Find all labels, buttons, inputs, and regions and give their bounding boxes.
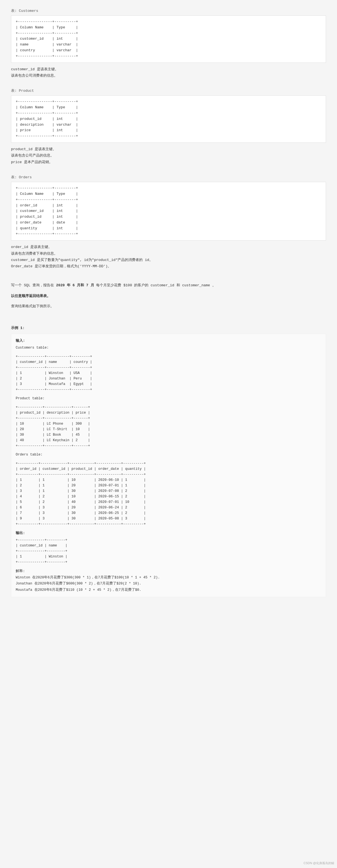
customers-label: 表: Customers [11, 8, 326, 13]
orders-description: order_id 是该表主键。 该表包含消费者下单的信息。 customer_i… [11, 243, 326, 271]
question-section: 写一个 SQL 查询，报告在 2020 年 6 月和 7 月 每个月至少花费 $… [11, 282, 326, 310]
product-table-label: Product table: [16, 396, 321, 401]
product-desc-line-1: product_id 是该表主键。 [11, 146, 326, 152]
orders-section: 表: Orders +----------------+----------+ … [11, 175, 326, 271]
orders-desc-line-1: order_id 是该表主键。 [11, 244, 326, 250]
product-desc-line-3: price 是本产品的花销。 [11, 159, 326, 165]
example-title: 示例 1: [11, 326, 326, 331]
product-desc-line-2: 该表包含公司产品的信息。 [11, 152, 326, 159]
example-section: 示例 1: 输入: Customers table: +------------… [11, 326, 326, 597]
orders-desc-line-3: customer_id 是买了数量为"quantity", id为"produc… [11, 257, 326, 263]
explanation-label: 解释: Winston 在2020年6月花费了$300(300 * 1)，在7月… [16, 568, 321, 593]
customers-desc-line-1: customer_id 是该表主键。 [11, 66, 326, 72]
input-label: 输入: [16, 338, 321, 344]
explanation-line-2: Jonathan 在2020年6月花费了$600(300 * 2)，在7月花费了… [16, 581, 321, 587]
orders-table-data: +----------+-------------+------------+-… [16, 461, 321, 527]
customers-section: 表: Customers +----------------+---------… [11, 8, 326, 80]
orders-label: 表: Orders [11, 175, 326, 180]
orders-schema: +----------------+----------+ | Column N… [11, 182, 326, 241]
orders-desc-line-4: Order_date 是订单发货的日期，格式为('YYYY-MM-DD')。 [11, 263, 326, 270]
product-schema: +----------------+----------+ | Column N… [11, 95, 326, 143]
product-description: product_id 是该表主键。 该表包含公司产品的信息。 price 是本产… [11, 145, 326, 166]
customers-schema: +----------------+----------+ | Column N… [11, 16, 326, 63]
output-table-data: +-------------+---------+ | customer_id … [16, 537, 321, 565]
customers-description: customer_id 是该表主键。 该表包含公司消费者的信息。 [11, 65, 326, 80]
question-main-text: 写一个 SQL 查询，报告在 2020 年 6 月和 7 月 每个月至少花费 $… [11, 282, 326, 289]
example-block: 输入: Customers table: +-------------+----… [11, 334, 326, 597]
constraint-text: 以任意顺序返回结果表。 [11, 293, 326, 299]
year-month-highlight: 2020 年 6 月和 7 月 [56, 283, 94, 287]
constraint-highlight: 任意顺序 [14, 294, 29, 298]
customers-table-label: Customers table: [16, 345, 321, 350]
customers-desc-line-2: 该表包含公司消费者的信息。 [11, 72, 326, 79]
explanation-header: 解释: [16, 568, 321, 575]
customers-table-data: +-------------+-----------+---------+ | … [16, 354, 321, 393]
product-label: 表: Product [11, 88, 326, 93]
explanation-line-1: Winston 在2020年6月花费了$300(300 * 1)，在7月花费了$… [16, 575, 321, 581]
product-table-data: +------------+-------------+-------+ | p… [16, 404, 321, 448]
page-container: 表: Customers +----------------+---------… [5, 5, 332, 600]
orders-table-label: Orders table: [16, 452, 321, 458]
format-note-text: 查询结果格式如下例所示。 [11, 303, 326, 310]
explanation-line-3: Moustafa 在2020年6月花费了$110 (10 * 2 + 45 * … [16, 587, 321, 593]
orders-desc-line-2: 该表包含消费者下单的信息。 [11, 250, 326, 257]
output-label: 输出: [16, 530, 321, 536]
product-section: 表: Product +----------------+----------+… [11, 88, 326, 166]
